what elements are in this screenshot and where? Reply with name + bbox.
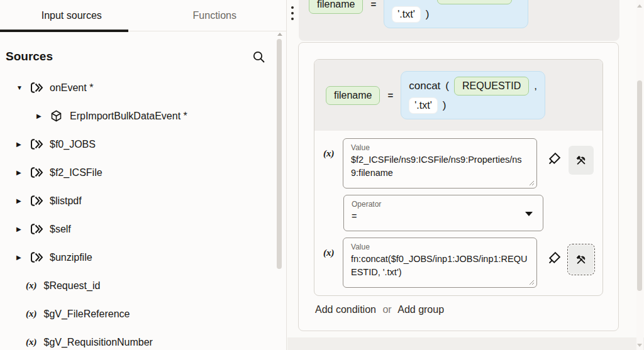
comma: ,: [517, 0, 520, 1]
tree-item-label: $self: [50, 224, 71, 235]
add-condition-link[interactable]: Add condition: [315, 304, 376, 315]
condition-editor-body: (x) Value $f2_ICSFile/ns9:ICSFile/ns9:Pr…: [314, 131, 602, 295]
source-icon: [30, 251, 44, 263]
expression-builder-button[interactable]: [569, 146, 594, 175]
resize-handle-icon[interactable]: [529, 280, 535, 285]
scroll-up-icon[interactable]: [637, 4, 642, 8]
operator-value: =: [352, 210, 535, 224]
tree-item-self[interactable]: ▶ $self: [0, 215, 276, 243]
tree-item-gv-requisitionnumber[interactable]: (x) $gV_RequisitionNumber: [0, 328, 276, 350]
variable-icon: (x): [26, 337, 37, 347]
txt-literal-chip[interactable]: '.txt': [392, 6, 420, 23]
spacer: [323, 195, 343, 231]
tree-item-label: onEvent *: [50, 82, 93, 94]
tree-item-f2-icsfile[interactable]: ▶ $f2_ICSFile: [0, 158, 276, 187]
tree-item-label: $listpdf: [50, 195, 82, 207]
tree-item-onevent[interactable]: ▼ onEvent *: [0, 74, 276, 102]
tree-item-label: $Request_id: [44, 280, 101, 292]
or-text: or: [382, 304, 391, 315]
target-field-chip[interactable]: filename: [326, 86, 380, 105]
value-field-text: fn:concat($f0_JOBS/inp1:JOBS/inp1:REQUES…: [351, 253, 529, 280]
panel-scrollbar-thumb[interactable]: [637, 80, 642, 291]
equals-sign: =: [370, 0, 376, 9]
value-field-label: Value: [351, 243, 529, 253]
erase-value-button[interactable]: [545, 151, 563, 168]
tab-functions-label: Functions: [193, 10, 236, 21]
source-icon: [30, 223, 44, 235]
txt-literal-chip[interactable]: '.txt': [409, 97, 437, 114]
source-icon: [30, 82, 44, 94]
tree-item-listpdf[interactable]: ▶ $listpdf: [0, 187, 276, 215]
condition-card: filename = concat ( REQUESTID , '.txt' ): [314, 59, 603, 296]
variable-icon: (x): [26, 280, 37, 291]
panel-footer-strip: [287, 337, 644, 350]
tree-item-request-id[interactable]: (x) $Request_id: [0, 271, 276, 300]
function-name: concat: [409, 80, 440, 92]
sidebar-scrollbar-thumb[interactable]: [277, 39, 282, 269]
input-sources-sidebar: Input sources Functions Sources ▼ onEven…: [0, 0, 287, 350]
condition-right-value-input[interactable]: Value fn:concat($f0_JOBS/inp1:JOBS/inp1:…: [343, 238, 537, 288]
condition-group-card: filename = concat ( REQUESTID , '.txt' ): [298, 42, 619, 331]
tree-item-label: ErpImportBulkDataEvent *: [70, 111, 187, 122]
operator-label: Operator: [352, 200, 535, 210]
source-icon: [30, 195, 44, 207]
tree-item-label: $f0_JOBS: [50, 139, 96, 150]
tree-item-label: $gV_RequisitionNumber: [44, 337, 153, 348]
chevron-right-icon[interactable]: ▶: [16, 254, 26, 261]
expression-card: filename = concat ( REQUESTID , '.txt' ): [299, 0, 619, 41]
tree-item-label: $unzipfile: [50, 252, 92, 263]
resize-handle-icon[interactable]: [529, 180, 535, 186]
erase-value-button[interactable]: [545, 250, 563, 268]
concat-function-box[interactable]: concat ( REQUESTID , '.txt' ): [401, 71, 545, 119]
requestid-chip[interactable]: REQUESTID: [454, 77, 529, 96]
open-paren: (: [445, 80, 449, 92]
chevron-right-icon[interactable]: ▶: [36, 112, 46, 119]
tree-item-label: $gV_FileReference: [44, 309, 130, 320]
close-paren: ): [443, 99, 447, 112]
close-paren: ): [426, 8, 430, 21]
concat-function-box[interactable]: concat ( REQUESTID , '.txt' ): [384, 0, 528, 28]
scroll-down-icon[interactable]: [637, 344, 642, 347]
condition-summary-header: filename = concat ( REQUESTID , '.txt' ): [314, 60, 602, 131]
tree-item-label: $f2_ICSFile: [50, 167, 103, 178]
tab-input-sources[interactable]: Input sources: [0, 0, 143, 31]
previous-expression-card-clipped: filename = concat ( REQUESTID , '.txt' ): [299, 0, 619, 41]
source-icon: [30, 167, 44, 178]
tree-item-unzipfile[interactable]: ▶ $unzipfile: [0, 243, 276, 271]
requestid-chip[interactable]: REQUESTID: [437, 0, 512, 4]
expression-mode-icon: (x): [323, 138, 343, 189]
chevron-down-icon[interactable]: ▼: [16, 84, 26, 91]
chevron-right-icon[interactable]: ▶: [16, 169, 26, 176]
value-field-label: Value: [351, 143, 529, 153]
panel-scrollbar[interactable]: [636, 0, 643, 350]
panel-drag-handle-icon[interactable]: [291, 6, 294, 23]
equals-sign: =: [387, 90, 393, 101]
sidebar-scrollbar[interactable]: [277, 34, 282, 279]
add-group-link[interactable]: Add group: [397, 304, 444, 315]
chevron-right-icon[interactable]: ▶: [16, 226, 26, 232]
tab-functions[interactable]: Functions: [143, 0, 287, 31]
comma: ,: [534, 80, 537, 92]
variable-icon: (x): [26, 309, 37, 319]
function-name: concat: [392, 0, 423, 1]
tree-item-f0-jobs[interactable]: ▶ $f0_JOBS: [0, 130, 276, 158]
sources-heading: Sources: [6, 50, 53, 63]
open-paren: (: [428, 0, 432, 1]
chevron-right-icon[interactable]: ▶: [16, 197, 26, 204]
target-field-chip[interactable]: filename: [309, 0, 363, 14]
operator-select[interactable]: Operator =: [343, 195, 543, 231]
condition-actions: Add condition or Add group: [315, 304, 444, 315]
value-field-text: $f2_ICSFile/ns9:ICSFile/ns9:Properties/n…: [351, 153, 529, 181]
cube-icon: [50, 110, 64, 122]
condition-left-value-input[interactable]: Value $f2_ICSFile/ns9:ICSFile/ns9:Proper…: [343, 138, 537, 189]
tree-item-gv-filereference[interactable]: (x) $gV_FileReference: [0, 300, 276, 328]
chevron-right-icon[interactable]: ▶: [16, 141, 26, 148]
scroll-up-icon[interactable]: [277, 33, 282, 36]
expression-builder-button[interactable]: [569, 245, 594, 274]
search-icon[interactable]: [252, 50, 266, 64]
sources-tree: ▼ onEvent * ▶ ErpImportBulkDataEvent * ▶: [0, 74, 276, 350]
source-icon: [30, 138, 44, 150]
tree-item-erpimportbulkdataevent[interactable]: ▶ ErpImportBulkDataEvent *: [0, 102, 276, 130]
dropdown-caret-icon[interactable]: [525, 212, 533, 216]
sidebar-tabs: Input sources Functions: [0, 0, 286, 31]
